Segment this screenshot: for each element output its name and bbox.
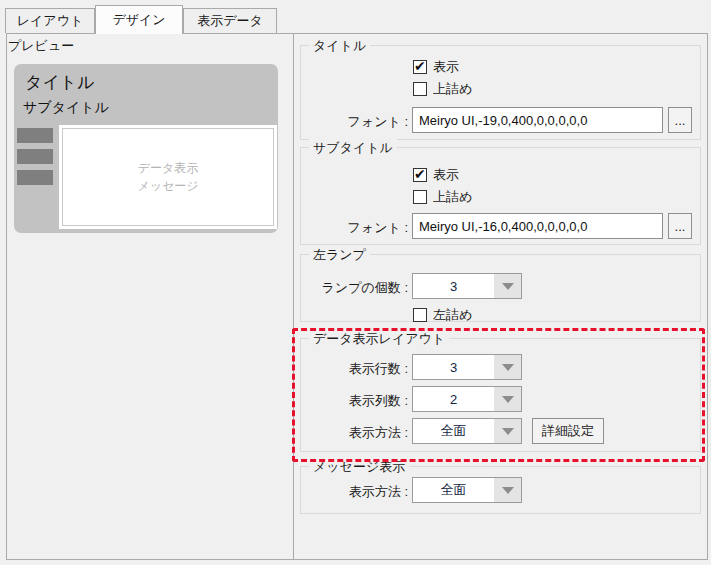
label-display-cols: 表示列数 : (312, 392, 408, 410)
tab-design-label: デザイン (112, 11, 165, 29)
checkbox-unchecked-icon (413, 308, 427, 322)
tab-layout-label: レイアウト (17, 12, 84, 30)
dropdown-button[interactable] (494, 478, 521, 502)
checkbox-title-top-align[interactable]: 上詰め (413, 80, 472, 98)
lamp-count-dropdown[interactable]: 3 (412, 273, 522, 299)
preview-caption: プレビュー (8, 37, 74, 55)
dropdown-button[interactable] (494, 419, 521, 443)
dropdown-button[interactable] (494, 274, 521, 298)
dropdown-arrow-icon (502, 396, 514, 403)
preview-panel: タイトル サブタイトル データ表示 メッセージ (14, 64, 278, 233)
tab-layout[interactable]: レイアウト (5, 8, 95, 33)
dropdown-arrow-icon (502, 487, 514, 494)
panel-divider (293, 34, 294, 559)
group-message-display-legend: メッセージ表示 (309, 458, 409, 476)
lamp-indicator (17, 128, 53, 143)
dropdown-arrow-icon (502, 283, 514, 290)
checkbox-unchecked-icon (413, 82, 427, 96)
display-method-dropdown[interactable]: 全面 (412, 418, 522, 444)
group-data-layout-legend: データ表示レイアウト (309, 330, 449, 348)
preview-data-message: データ表示 メッセージ (137, 159, 198, 195)
label-title-font: フォント : (312, 113, 408, 131)
checkbox-checked-icon (413, 168, 427, 182)
dropdown-arrow-icon (502, 428, 514, 435)
preview-data-area: データ表示 メッセージ (62, 128, 274, 226)
display-cols-dropdown[interactable]: 2 (412, 386, 522, 412)
title-font-browse-button[interactable]: ... (668, 107, 692, 133)
checkbox-lamp-left-align[interactable]: 左詰め (413, 306, 472, 324)
checkbox-title-show[interactable]: 表示 (413, 58, 459, 76)
checkbox-subtitle-top-align[interactable]: 上詰め (413, 188, 472, 206)
display-rows-dropdown[interactable]: 3 (412, 354, 522, 380)
tab-display-data-label: 表示データ (197, 12, 263, 30)
checkbox-subtitle-show[interactable]: 表示 (413, 166, 459, 184)
group-left-lamp-legend: 左ランプ (309, 246, 370, 264)
label-display-rows: 表示行数 : (312, 360, 408, 378)
message-method-dropdown[interactable]: 全面 (412, 477, 522, 503)
checkbox-unchecked-icon (413, 190, 427, 204)
label-subtitle-font: フォント : (312, 219, 408, 237)
preview-subtitle: サブタイトル (23, 99, 109, 117)
title-font-input[interactable] (412, 107, 663, 133)
dropdown-arrow-icon (502, 364, 514, 371)
tab-display-data[interactable]: 表示データ (183, 8, 277, 33)
dropdown-button[interactable] (494, 387, 521, 411)
group-title-legend: タイトル (309, 37, 370, 55)
label-display-method: 表示方法 : (312, 424, 408, 442)
ellipsis-icon: ... (675, 113, 686, 128)
tab-design[interactable]: デザイン (95, 5, 183, 34)
subtitle-font-input[interactable] (412, 213, 663, 239)
lamp-indicator (17, 170, 53, 185)
subtitle-font-browse-button[interactable]: ... (668, 213, 692, 239)
detail-settings-button[interactable]: 詳細設定 (532, 418, 604, 444)
lamp-indicator (17, 149, 53, 164)
checkbox-checked-icon (413, 60, 427, 74)
label-message-method: 表示方法 : (312, 483, 408, 501)
preview-title: タイトル (25, 71, 95, 94)
ellipsis-icon: ... (675, 219, 686, 234)
label-lamp-count: ランプの個数 : (312, 279, 408, 297)
dropdown-button[interactable] (494, 355, 521, 379)
group-subtitle-legend: サブタイトル (309, 139, 397, 157)
